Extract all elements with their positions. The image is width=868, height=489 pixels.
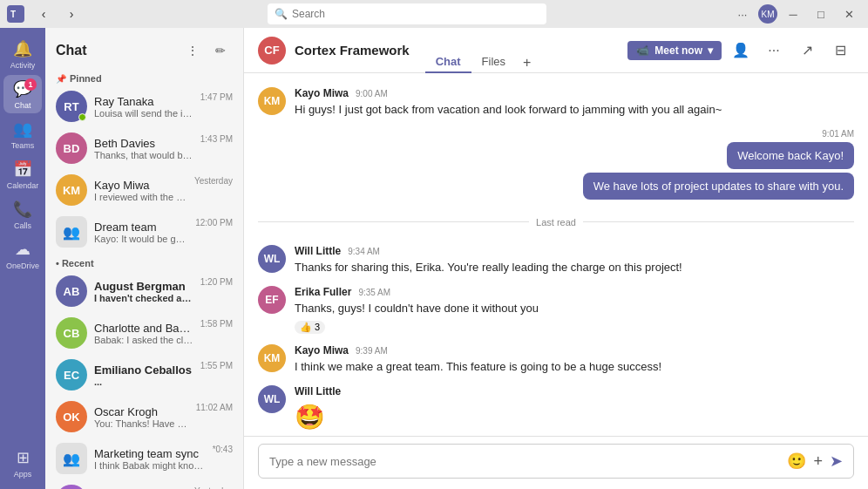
bubble-time: 9:01 AM — [822, 129, 854, 139]
rail-item-apps[interactable]: ⊞ Apps — [3, 444, 42, 482]
chat-time: 12:00 PM — [195, 218, 233, 228]
message-text: Thanks for sharing this, Erika. You're r… — [295, 259, 854, 276]
search-input[interactable] — [268, 3, 546, 24]
message-input[interactable] — [269, 455, 780, 468]
chat-item-dream-team[interactable]: 👥 Dream team Kayo: It would be great to … — [49, 211, 240, 253]
apps-icon: ⊞ — [17, 448, 30, 467]
recent-section-label: • Recent — [45, 253, 243, 270]
reaction[interactable]: 👍 3 — [295, 321, 325, 334]
message-right: 9:01 AM Welcome back Kayo! We have lots … — [258, 129, 854, 200]
message-avatar: WL — [258, 385, 286, 413]
message-time: 9:39 AM — [356, 346, 388, 356]
message-input-box: 🙂 + ➤ — [258, 444, 854, 479]
chat-list-title: Chat — [56, 43, 87, 58]
rail-item-calendar[interactable]: 📅 Calendar — [3, 155, 42, 194]
maximize-button[interactable]: □ — [809, 3, 833, 24]
close-button[interactable]: ✕ — [837, 3, 861, 24]
message-text: 🤩 — [295, 399, 854, 436]
meet-now-button[interactable]: 📹 Meet now ▾ — [627, 41, 722, 60]
chat-header-avatar: CF — [258, 37, 286, 65]
attach-button[interactable]: + — [813, 452, 823, 471]
search-icon: 🔍 — [275, 8, 288, 20]
chat-info-marketing-sync: Marketing team sync I think Babak might … — [94, 447, 206, 471]
chevron-down-icon: ▾ — [708, 44, 713, 57]
rail-label-teams: Teams — [11, 141, 35, 150]
chat-item-august-bergman[interactable]: AB August Bergman I haven't checked avai… — [49, 270, 240, 312]
new-chat-button[interactable]: ✏ — [208, 38, 233, 63]
chat-item-marketing-sync[interactable]: 👥 Marketing team sync I think Babak migh… — [49, 438, 240, 479]
message-meta: Kayo Miwa 9:39 AM — [295, 344, 854, 357]
chat-info-oscar-krogh: Oscar Krogh You: Thanks! Have a nice day… — [94, 405, 189, 429]
chat-preview: Thanks, that would be nice. — [94, 150, 193, 160]
chat-time: Yesterday — [194, 176, 233, 186]
minimize-button[interactable]: ─ — [781, 3, 805, 24]
nav-back-button[interactable]: ‹ — [31, 3, 56, 24]
bubble-1: Welcome back Kayo! — [727, 142, 854, 169]
chat-item-kian-lambert[interactable]: KL Kian Lambert Have you run this by Bet… — [49, 479, 240, 489]
avatar-kian-lambert: KL — [56, 485, 87, 489]
avatar-charlotte-babak: CB — [56, 317, 87, 349]
chat-preview: You: Thanks! Have a nice day, I... — [94, 418, 189, 429]
message-meta: Will Little — [295, 385, 854, 397]
chat-preview: I think Babak might know more... — [94, 460, 206, 471]
rail-label-apps: Apps — [14, 470, 32, 479]
chat-item-beth-davies[interactable]: BD Beth Davies Thanks, that would be nic… — [49, 127, 240, 169]
message-avatar: KM — [258, 87, 286, 115]
teams-logo-icon: T — [7, 5, 24, 23]
chat-header: CF Cortex Framework Chat Files + 📹 Meet … — [244, 28, 868, 73]
rail-item-calls[interactable]: 📞 Calls — [3, 195, 42, 234]
chat-header-name: Cortex Framework — [295, 43, 410, 58]
app-body: 🔔 Activity 💬 1 Chat 👥 Teams 📅 Calendar 📞… — [0, 28, 868, 489]
message-avatar: WL — [258, 245, 286, 273]
chat-item-emiliano-ceballos[interactable]: EC Emiliano Ceballos ... 1:55 PM — [49, 354, 240, 396]
chat-item-oscar-krogh[interactable]: OK Oscar Krogh You: Thanks! Have a nice … — [49, 396, 240, 438]
last-read-label: Last read — [536, 217, 576, 228]
avatar-kayo-miwa: KM — [56, 174, 87, 206]
nav-forward-button[interactable]: › — [59, 3, 84, 24]
avatar-emiliano-ceballos: EC — [56, 359, 87, 391]
message-text: I think we make a great team. This featu… — [295, 358, 854, 376]
rail-label-calendar: Calendar — [7, 181, 39, 190]
message-sender: Kayo Miwa — [295, 87, 349, 99]
tab-files[interactable]: Files — [471, 51, 516, 73]
chat-time: 1:20 PM — [200, 277, 233, 287]
more-options-button[interactable]: ··· — [760, 37, 788, 65]
send-button[interactable]: ➤ — [830, 452, 843, 471]
add-tab-button[interactable]: + — [516, 51, 538, 73]
add-people-button[interactable]: 👤 — [727, 37, 755, 65]
chat-list-actions: ⋮ ✏ — [180, 38, 233, 63]
message-avatar: EF — [258, 286, 286, 314]
chat-item-kayo-miwa[interactable]: KM Kayo Miwa I reviewed with the client … — [49, 169, 240, 211]
chat-name: Beth Davies — [94, 137, 193, 150]
chat-item-charlotte-babak[interactable]: CB Charlotte and Babak Babak: I asked th… — [49, 312, 240, 354]
message-sender: Kayo Miwa — [295, 344, 349, 357]
chat-name: August Bergman — [94, 280, 193, 293]
rail-item-activity[interactable]: 🔔 Activity — [3, 35, 42, 73]
message-time: 9:34 AM — [348, 247, 380, 256]
title-bar-right: ··· KM ─ □ ✕ — [730, 3, 861, 24]
rail-label-activity: Activity — [10, 61, 36, 70]
chat-name: Charlotte and Babak — [94, 322, 193, 335]
chat-info-emiliano-ceballos: Emiliano Ceballos ... — [94, 363, 193, 387]
chat-main: CF Cortex Framework Chat Files + 📹 Meet … — [244, 28, 868, 489]
chat-preview: I haven't checked available time... — [94, 293, 193, 303]
popout-button[interactable]: ↗ — [793, 37, 821, 65]
chat-preview: Louisa will send the initial list of... — [94, 108, 193, 119]
rail-item-onedrive[interactable]: ☁ OneDrive — [3, 235, 42, 274]
emoji-button[interactable]: 🙂 — [787, 452, 806, 471]
rail-item-chat[interactable]: 💬 1 Chat — [3, 75, 42, 113]
chat-name: Oscar Krogh — [94, 405, 189, 418]
message-row: EF Erika Fuller 9:35 AM Thanks, guys! I … — [258, 286, 854, 334]
message-content: Will Little 9:34 AM Thanks for sharing t… — [295, 245, 854, 276]
chat-time: 1:55 PM — [200, 361, 233, 370]
tab-chat[interactable]: Chat — [425, 51, 471, 73]
settings-button[interactable]: ··· — [730, 3, 755, 24]
chat-info-beth-davies: Beth Davies Thanks, that would be nice. — [94, 137, 193, 160]
chat-item-ray-tanaka[interactable]: RT Ray Tanaka Louisa will send the initi… — [49, 85, 240, 127]
rail-item-teams[interactable]: 👥 Teams — [3, 115, 42, 153]
minimize-chat-button[interactable]: ⊟ — [826, 37, 854, 65]
pin-icon: 📌 — [56, 74, 66, 84]
message-meta: Erika Fuller 9:35 AM — [295, 286, 854, 298]
chat-info-kayo-miwa: Kayo Miwa I reviewed with the client on.… — [94, 179, 187, 202]
filter-button[interactable]: ⋮ — [180, 38, 205, 63]
